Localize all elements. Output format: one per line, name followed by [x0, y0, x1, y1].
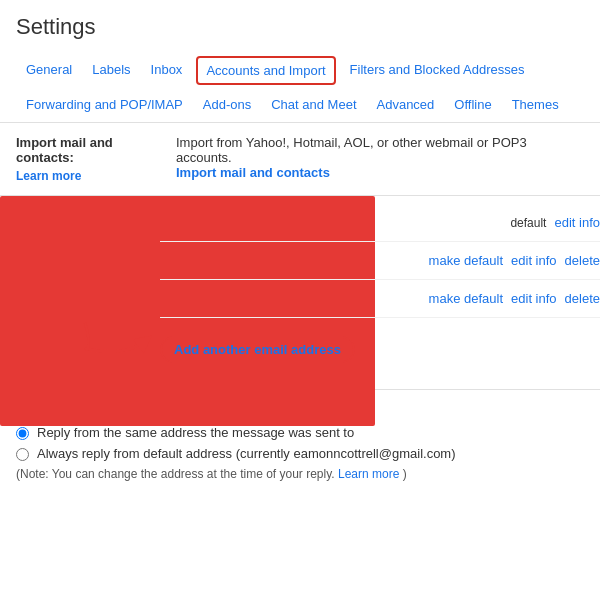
nav-forwarding[interactable]: Forwarding and POP/IMAP: [16, 89, 193, 122]
send-mail-row-1: default edit info: [160, 204, 600, 242]
reply-radio-default[interactable]: [16, 448, 29, 461]
send-mail-content-cell: default edit info make default edit info…: [160, 196, 600, 390]
send-mail-row-2: make default edit info delete: [160, 242, 600, 280]
note-learn-more[interactable]: Learn more: [338, 467, 399, 481]
make-default-link-3[interactable]: make default: [429, 291, 503, 306]
nav-chat-meet[interactable]: Chat and Meet: [261, 89, 366, 122]
edit-info-link-2[interactable]: edit info: [511, 253, 557, 268]
settings-header: Settings General Labels Inbox Accounts a…: [0, 0, 600, 123]
row-3-actions: make default edit info delete: [429, 291, 600, 306]
nav-row-2: Forwarding and POP/IMAP Add-ons Chat and…: [16, 87, 584, 122]
settings-table: Import mail and contacts: Learn more Imp…: [0, 123, 600, 390]
reply-option-default-label: Always reply from default address (curre…: [37, 446, 456, 461]
import-label-cell: Import mail and contacts: Learn more: [0, 123, 160, 196]
nav-inbox[interactable]: Inbox: [141, 54, 193, 87]
default-badge-1: default: [510, 216, 546, 230]
make-default-link-2[interactable]: make default: [429, 253, 503, 268]
import-action-link[interactable]: Import mail and contacts: [176, 165, 330, 180]
reply-option-default: Always reply from default address (curre…: [16, 446, 584, 461]
delete-link-3[interactable]: delete: [565, 291, 600, 306]
send-mail-row: Send mail as: (Use Gmail to send from yo…: [0, 196, 600, 390]
nav-add-ons[interactable]: Add-ons: [193, 89, 261, 122]
page-title: Settings: [16, 14, 584, 40]
edit-info-link-3[interactable]: edit info: [511, 291, 557, 306]
row-1-actions: default edit info: [510, 215, 600, 230]
reply-note: (Note: You can change the address at the…: [16, 467, 584, 481]
nav-labels[interactable]: Labels: [82, 54, 140, 87]
send-mail-wrapper: default edit info make default edit info…: [160, 196, 600, 389]
send-mail-row-3: make default edit info delete: [160, 280, 600, 318]
edit-info-link-1[interactable]: edit info: [554, 215, 600, 230]
import-content-cell: Import from Yahoo!, Hotmail, AOL, or oth…: [160, 123, 600, 196]
row-2-actions: make default edit info delete: [429, 253, 600, 268]
nav-accounts-import[interactable]: Accounts and Import: [196, 56, 335, 85]
import-label: Import mail and contacts:: [16, 135, 113, 165]
reply-option-same-label: Reply from the same address the message …: [37, 425, 354, 440]
content-area: Import mail and contacts: Learn more Imp…: [0, 123, 600, 493]
nav-general[interactable]: General: [16, 54, 82, 87]
add-email-link[interactable]: Add another email address: [160, 336, 355, 363]
nav-filters[interactable]: Filters and Blocked Addresses: [340, 54, 535, 87]
send-mail-rows: default edit info make default edit info…: [160, 196, 600, 389]
add-email-container: Add another email address: [160, 318, 600, 381]
arrow-annotation: [80, 313, 160, 358]
import-row: Import mail and contacts: Learn more Imp…: [0, 123, 600, 196]
import-learn-more[interactable]: Learn more: [16, 169, 144, 183]
nav-advanced[interactable]: Advanced: [367, 89, 445, 122]
nav-themes[interactable]: Themes: [502, 89, 569, 122]
note-text-start: (Note: You can change the address at the…: [16, 467, 335, 481]
note-text-end: ): [403, 467, 407, 481]
delete-link-2[interactable]: delete: [565, 253, 600, 268]
reply-radio-same[interactable]: [16, 427, 29, 440]
reply-option-same: Reply from the same address the message …: [16, 425, 584, 440]
nav-offline[interactable]: Offline: [444, 89, 501, 122]
import-description: Import from Yahoo!, Hotmail, AOL, or oth…: [176, 135, 527, 165]
nav-row-1: General Labels Inbox Accounts and Import…: [16, 50, 584, 87]
